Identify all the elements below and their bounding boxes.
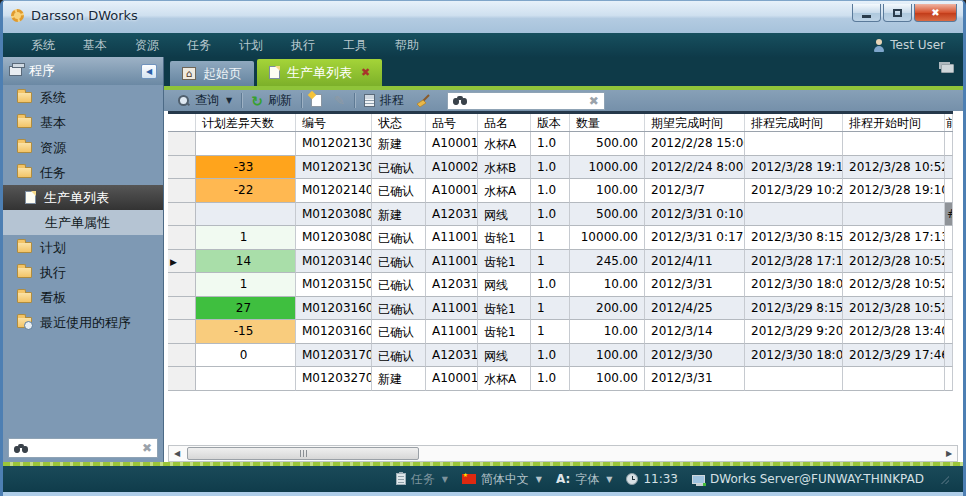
close-button[interactable]: ✖: [914, 4, 957, 22]
table-cell: M012030801: [296, 203, 372, 227]
table-cell: 已确认: [372, 226, 426, 250]
table-row[interactable]: -33M012021302已确认A10002水杯B1.01000.002012/…: [168, 156, 953, 180]
menu-item[interactable]: 基本: [69, 34, 121, 57]
table-cell-partial: [945, 132, 953, 156]
menu-item[interactable]: 计划: [225, 34, 277, 57]
row-selector[interactable]: [168, 156, 196, 180]
column-header[interactable]: 数量: [570, 114, 645, 131]
schedule-button[interactable]: 排程: [358, 91, 410, 110]
menu-item[interactable]: 执行: [277, 34, 329, 57]
cell-plan-diff-days: -15: [196, 320, 296, 344]
sidebar-item-label: 生产单属性: [45, 214, 110, 232]
table-cell: A11001: [426, 226, 478, 250]
maximize-button[interactable]: [883, 4, 912, 22]
menu-item[interactable]: 帮助: [381, 34, 433, 57]
row-selector[interactable]: [168, 367, 196, 391]
column-header[interactable]: 版本: [531, 114, 570, 131]
column-header[interactable]: 状态: [372, 114, 426, 131]
table-row[interactable]: -22M012021401已确认A10001水杯A1.0100.002012/3…: [168, 179, 953, 203]
column-header[interactable]: 排程完成时间: [745, 114, 843, 131]
minimize-button[interactable]: [852, 4, 881, 22]
table-row[interactable]: 1M012031501已确认A12031网线1.010.002012/3/312…: [168, 273, 953, 297]
horizontal-scrollbar[interactable]: ◀ ▶: [168, 445, 958, 462]
column-header[interactable]: [168, 114, 196, 131]
row-selector[interactable]: ▶: [168, 250, 196, 274]
sidebar-search-input[interactable]: [33, 441, 137, 455]
table-cell-partial: [945, 297, 953, 321]
sidebar-item-selected[interactable]: 生产单列表: [3, 185, 163, 210]
resize-grip[interactable]: [940, 475, 949, 484]
column-header[interactable]: 编号: [296, 114, 372, 131]
table-cell: 2012/2/28 15:00: [645, 132, 745, 156]
tab-active[interactable]: 生产单列表✖: [257, 59, 382, 86]
row-selector[interactable]: [168, 203, 196, 227]
column-header[interactable]: 计划差异天数: [196, 114, 296, 131]
current-user[interactable]: Test User: [873, 38, 949, 52]
table-row[interactable]: M012021301新建A10001水杯A1.0500.002012/2/28 …: [168, 132, 953, 156]
table-row[interactable]: ▶14M012031402已确认A11001齿轮11245.002012/4/1…: [168, 250, 953, 274]
new-button[interactable]: [305, 91, 328, 110]
edit-button[interactable]: ✎: [328, 91, 351, 110]
table-cell-partial: #: [945, 203, 953, 227]
status-tasks[interactable]: 任务 ▼: [396, 471, 448, 488]
row-selector[interactable]: [168, 226, 196, 250]
query-button[interactable]: 查询 ▼: [172, 91, 238, 110]
row-selector[interactable]: [168, 344, 196, 368]
column-header[interactable]: 排程开始时间: [843, 114, 945, 131]
menu-item[interactable]: 系统: [17, 34, 69, 57]
scroll-left-icon[interactable]: ◀: [169, 449, 185, 458]
tab[interactable]: ⌂起始页: [170, 61, 254, 86]
magnifier-icon: [178, 95, 190, 107]
sidebar-item[interactable]: 看板: [3, 285, 163, 310]
table-row[interactable]: 27M012031601已确认A11001齿轮11200.002012/4/25…: [168, 297, 953, 321]
scroll-right-icon[interactable]: ▶: [941, 449, 957, 458]
sidebar-search-clear-icon[interactable]: ✖: [142, 441, 152, 455]
clean-button[interactable]: [410, 91, 437, 110]
column-header[interactable]: 品名: [478, 114, 531, 131]
column-header[interactable]: 期望完成时间: [645, 114, 745, 131]
row-selector[interactable]: [168, 132, 196, 156]
sidebar-item[interactable]: 资源: [3, 135, 163, 160]
row-selector[interactable]: [168, 273, 196, 297]
sidebar-item[interactable]: 计划: [3, 235, 163, 260]
sidebar-item[interactable]: 基本: [3, 110, 163, 135]
menu-item[interactable]: 工具: [329, 34, 381, 57]
table-cell: M012031701: [296, 344, 372, 368]
window-list-icon[interactable]: [941, 64, 954, 73]
column-header[interactable]: 前: [945, 114, 953, 131]
sidebar-item[interactable]: 系统: [3, 85, 163, 110]
table-row[interactable]: 1M012030802已确认A11001齿轮1110000.002012/3/3…: [168, 226, 953, 250]
tab-close-icon[interactable]: ✖: [361, 66, 370, 79]
toolbar-search-clear-icon[interactable]: ✖: [589, 94, 599, 108]
font-icon: A:: [556, 472, 570, 486]
table-cell-partial: [945, 226, 953, 250]
cell-plan-diff-days: 1: [196, 226, 296, 250]
sidebar-item[interactable]: 执行: [3, 260, 163, 285]
sidebar-title: 程序: [29, 62, 55, 80]
toolbar-search-input[interactable]: [473, 94, 583, 108]
status-font[interactable]: A: 字体 ▼: [556, 471, 612, 488]
sidebar-item-label: 最近使用的程序: [40, 314, 131, 332]
table-row[interactable]: M012032701新建A10001水杯A1.0100.002012/3/31: [168, 367, 953, 391]
pencil-icon: ✎: [334, 93, 345, 108]
scrollbar-thumb[interactable]: [187, 447, 419, 460]
sidebar-collapse-button[interactable]: ◀: [141, 64, 157, 79]
refresh-icon: ↻: [251, 94, 263, 108]
sidebar-item-label: 基本: [40, 114, 66, 132]
row-selector[interactable]: [168, 179, 196, 203]
status-language[interactable]: 简体中文 ▼: [462, 471, 542, 488]
sidebar-item[interactable]: 任务: [3, 160, 163, 185]
menu-item[interactable]: 任务: [173, 34, 225, 57]
menu-item[interactable]: 资源: [121, 34, 173, 57]
table-cell: 已确认: [372, 273, 426, 297]
row-selector[interactable]: [168, 297, 196, 321]
row-selector[interactable]: [168, 320, 196, 344]
column-header[interactable]: 品号: [426, 114, 478, 131]
china-flag-icon: [462, 474, 476, 484]
sidebar-item[interactable]: 生产单属性: [3, 210, 163, 235]
table-row[interactable]: M012030801新建A12031网线1.0500.002012/3/31 0…: [168, 203, 953, 227]
sidebar-item[interactable]: 最近使用的程序: [3, 310, 163, 335]
refresh-button[interactable]: ↻ 刷新: [245, 91, 298, 110]
table-row[interactable]: 0M012031701已确认A12031网线1.0100.002012/3/30…: [168, 344, 953, 368]
table-row[interactable]: -15M012031602已确认A11001齿轮1110.002012/3/14…: [168, 320, 953, 344]
